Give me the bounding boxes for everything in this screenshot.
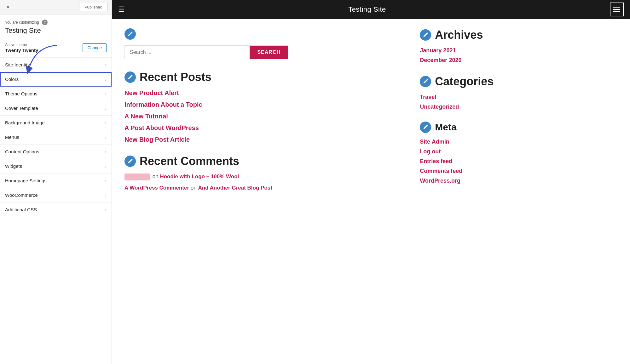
site-topbar: ☰ Testing Site: [112, 0, 630, 19]
meta-title: Meta: [435, 122, 456, 133]
recent-posts-section: Recent Posts New Product Alert Informati…: [124, 71, 401, 143]
customizer-header: You are customizing ? Testing Site: [0, 14, 112, 38]
nav-item-woocommerce[interactable]: WooCommerce ›: [0, 188, 112, 202]
chevron-icon: ›: [105, 91, 107, 96]
nav-item-colors[interactable]: Colors ›: [0, 72, 112, 87]
chevron-icon: ›: [105, 106, 107, 111]
meta-edit-icon[interactable]: [420, 122, 431, 133]
archives-edit-icon[interactable]: [420, 29, 431, 41]
recent-posts-title: Recent Posts: [140, 71, 211, 84]
archive-link-2[interactable]: December 2020: [420, 57, 617, 64]
site-name-header: Testing Site: [348, 5, 386, 14]
theme-info: Active theme Twenty Twenty: [5, 43, 38, 53]
meta-link-4[interactable]: Comments feed: [420, 168, 617, 174]
chevron-icon: ›: [105, 77, 107, 82]
close-button[interactable]: ×: [4, 3, 12, 12]
search-widget: SEARCH: [124, 45, 288, 59]
chevron-icon: ›: [105, 164, 107, 169]
pencil-icon: [127, 158, 133, 164]
meta-section: Meta Site Admin Log out Entries feed Com…: [420, 122, 617, 184]
recent-comments-edit-icon[interactable]: [124, 156, 136, 167]
recent-posts-edit-icon[interactable]: [124, 71, 136, 83]
customizing-label: You are customizing ?: [5, 20, 107, 25]
pencil-icon: [127, 74, 133, 80]
search-widget-section: SEARCH: [124, 28, 401, 59]
theme-section: Active theme Twenty Twenty Change: [0, 38, 112, 58]
nav-item-menus[interactable]: Menus ›: [0, 130, 112, 145]
post-link-1[interactable]: New Product Alert: [124, 89, 401, 97]
meta-link-2[interactable]: Log out: [420, 148, 617, 155]
category-link-1[interactable]: Travel: [420, 94, 617, 100]
chevron-icon: ›: [105, 149, 107, 154]
theme-name: Twenty Twenty: [5, 48, 38, 53]
nav-item-content-options[interactable]: Content Options ›: [0, 145, 112, 159]
chevron-icon: ›: [105, 207, 107, 212]
active-theme-label: Active theme: [5, 43, 38, 47]
site-title: Testing Site: [5, 26, 107, 35]
nav-item-background-image[interactable]: Background Image ›: [0, 116, 112, 130]
main-content: SEARCH Recent Posts New Product Alert In…: [124, 28, 401, 202]
post-link-5[interactable]: New Blog Post Article: [124, 136, 401, 143]
search-button[interactable]: SEARCH: [250, 46, 288, 59]
recent-comments-title: Recent Comments: [140, 155, 239, 168]
categories-title-row: Categories: [420, 75, 617, 88]
comment-item-1: on Hoodie with Logo – 100% Wool: [124, 173, 401, 180]
chevron-icon: ›: [105, 193, 107, 198]
categories-section: Categories Travel Uncategorized: [420, 75, 617, 110]
nav-item-cover-template[interactable]: Cover Template ›: [0, 101, 112, 116]
site-preview: ☰ Testing Site SEARCH: [112, 0, 630, 364]
comment-item-2: A WordPress Commenter on And Another Gre…: [124, 185, 401, 191]
nav-item-theme-options[interactable]: Theme Options ›: [0, 87, 112, 101]
chevron-icon: ›: [105, 135, 107, 140]
sidebar-content: Archives January 2021 December 2020 Cate…: [420, 28, 617, 202]
nav-items: Site Identity › Colors › Theme Options ›: [0, 58, 112, 364]
help-icon[interactable]: ?: [42, 20, 48, 25]
hamburger-right-button[interactable]: [610, 3, 624, 16]
recent-comments-title-row: Recent Comments: [124, 155, 401, 168]
pencil-icon: [423, 32, 428, 38]
nav-item-site-identity[interactable]: Site Identity ›: [0, 58, 112, 72]
pencil-icon: [423, 124, 428, 130]
post-link-4[interactable]: A Post About WordPress: [124, 124, 401, 132]
chevron-icon: ›: [105, 120, 107, 125]
recent-posts-title-row: Recent Posts: [124, 71, 401, 84]
comment-post-link-2[interactable]: And Another Great Blog Post: [198, 185, 272, 191]
meta-link-3[interactable]: Entries feed: [420, 158, 617, 165]
categories-title: Categories: [435, 75, 494, 88]
chevron-icon: ›: [105, 178, 107, 183]
comment-avatar: [124, 173, 150, 180]
pencil-icon: [127, 31, 133, 37]
meta-link-5[interactable]: WordPress.org: [420, 178, 617, 184]
category-link-2[interactable]: Uncategorized: [420, 104, 617, 110]
post-link-3[interactable]: A New Tutorial: [124, 113, 401, 120]
categories-edit-icon[interactable]: [420, 76, 431, 87]
meta-title-row: Meta: [420, 122, 617, 133]
chevron-icon: ›: [105, 62, 107, 67]
comment-author-2[interactable]: A WordPress Commenter: [124, 185, 189, 191]
archives-title-row: Archives: [420, 28, 617, 42]
nav-item-additional-css[interactable]: Additional CSS ›: [0, 202, 112, 217]
change-theme-button[interactable]: Change: [83, 43, 107, 52]
archives-section: Archives January 2021 December 2020: [420, 28, 617, 64]
nav-item-widgets[interactable]: Widgets ›: [0, 159, 112, 173]
search-edit-icon[interactable]: [124, 28, 136, 40]
search-input[interactable]: [125, 46, 250, 59]
published-button[interactable]: Published: [79, 3, 108, 11]
comment-post-link-1[interactable]: Hoodie with Logo – 100% Wool: [160, 173, 239, 179]
comment-on-text: on: [153, 173, 159, 179]
customizer-panel: × Published You are customizing ? Testin…: [0, 0, 112, 364]
meta-link-1[interactable]: Site Admin: [420, 139, 617, 145]
content-area: SEARCH Recent Posts New Product Alert In…: [112, 19, 630, 212]
post-link-2[interactable]: Information About a Topic: [124, 101, 401, 108]
archives-title: Archives: [435, 28, 483, 42]
recent-comments-section: Recent Comments on Hoodie with Logo – 10…: [124, 155, 401, 191]
nav-item-homepage-settings[interactable]: Homepage Settings ›: [0, 173, 112, 188]
comment-on-text-2: on: [191, 185, 198, 191]
hamburger-menu-icon[interactable]: ☰: [118, 5, 124, 14]
customizer-top-bar: × Published: [0, 0, 112, 14]
archive-link-1[interactable]: January 2021: [420, 47, 617, 54]
search-title-row: [124, 28, 401, 40]
pencil-icon: [423, 79, 428, 84]
